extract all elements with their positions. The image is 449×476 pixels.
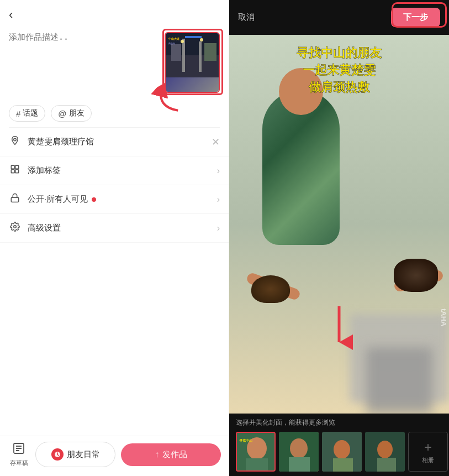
svg-rect-31 — [333, 458, 353, 472]
video-text-overlay: 寻找中山的朋友一起来黄楚雯做肩颈热敷 — [235, 45, 443, 96]
visibility-item[interactable]: 公开·所有人可见 › — [0, 185, 229, 214]
at-icon: @ — [58, 109, 66, 118]
blur-zone-2 — [366, 347, 432, 414]
topic-tag-button[interactable]: # 话题 — [9, 105, 45, 122]
svg-rect-28 — [289, 457, 310, 472]
video-preview: 寻找中山的朋友一起来黄楚雯做肩颈热敷 tAHA — [229, 35, 449, 414]
left-panel: ‹ 中山大道 商业街 — [0, 0, 229, 476]
next-step-button[interactable]: 下一步 — [391, 8, 440, 27]
svg-rect-34 — [377, 458, 396, 472]
advanced-chevron-icon: › — [217, 223, 220, 233]
cover-label[interactable]: 选封面 — [166, 92, 219, 93]
tag-chevron-icon: › — [217, 166, 220, 176]
svg-rect-16 — [15, 170, 19, 173]
bowl-right — [394, 259, 438, 292]
friends-tag-button[interactable]: @ 朋友 — [51, 105, 91, 122]
tag-icon — [9, 164, 21, 177]
right-header: 取消 下一步 — [229, 0, 449, 35]
hash-icon: # — [16, 109, 20, 118]
thumbnail-4-image — [365, 432, 405, 472]
svg-point-33 — [377, 441, 393, 458]
svg-text:寻找中山: 寻找中山 — [239, 438, 252, 442]
add-label: 相册 — [422, 456, 434, 464]
video-scene: 寻找中山的朋友一起来黄楚雯做肩颈热敷 tAHA — [229, 35, 449, 414]
thumbnail-3-image — [322, 432, 362, 472]
cancel-button[interactable]: 取消 — [238, 12, 255, 23]
svg-point-10 — [200, 38, 203, 41]
svg-rect-4 — [185, 36, 202, 38]
add-tag-item[interactable]: 添加标签 › — [0, 156, 229, 185]
svg-rect-3 — [199, 41, 202, 72]
svg-point-12 — [14, 138, 17, 141]
friends-label: 朋友 — [69, 108, 84, 118]
thumbnail-image: 中山大道 商业街 — [166, 33, 220, 77]
add-from-album-button[interactable]: + 相册 — [408, 432, 448, 472]
thumbnail-4[interactable] — [365, 432, 405, 472]
svg-rect-6 — [204, 43, 216, 61]
plus-icon: + — [424, 440, 432, 455]
svg-text:商业街: 商业街 — [168, 42, 175, 45]
svg-rect-2 — [182, 39, 185, 72]
svg-rect-14 — [15, 165, 19, 169]
daily-button[interactable]: 朋友日常 — [35, 442, 115, 467]
svg-rect-15 — [11, 170, 14, 173]
thumbnail-2-image — [279, 432, 319, 472]
visibility-dot — [92, 197, 96, 202]
lock-icon — [9, 193, 21, 206]
svg-point-27 — [290, 438, 308, 458]
daily-icon — [51, 448, 64, 461]
svg-rect-17 — [11, 197, 19, 202]
svg-point-9 — [181, 40, 184, 43]
publish-icon: ↑ — [155, 449, 159, 459]
thumbnail-1[interactable]: 寻找中山 — [236, 432, 276, 472]
close-location-icon[interactable]: ✕ — [212, 136, 220, 148]
svg-text:中山大道: 中山大道 — [168, 37, 180, 40]
strip-hint: 选择并美化封面，能获得更多浏览 — [236, 418, 442, 427]
daily-label: 朋友日常 — [67, 449, 100, 460]
bottom-strip: 选择并美化封面，能获得更多浏览 寻找中山 — [229, 414, 449, 476]
watermark: tAHA — [440, 308, 448, 327]
thumbnail-1-image: 寻找中山 — [237, 433, 274, 470]
draft-label: 存草稿 — [10, 459, 28, 467]
bottom-bar: 存草稿 朋友日常 ↑ 发作品 — [0, 436, 229, 476]
arrow-down-container — [325, 306, 353, 353]
description-area: 中山大道 商业街 选封面 — [0, 25, 229, 100]
back-button[interactable]: ‹ — [9, 9, 13, 21]
down-arrow-icon — [325, 306, 353, 351]
publish-button[interactable]: ↑ 发作品 — [121, 443, 221, 466]
location-item[interactable]: 黄楚雯肩颈理疗馆 ✕ — [0, 128, 229, 156]
left-header: ‹ — [0, 0, 229, 25]
visibility-chevron-icon: › — [217, 195, 220, 205]
advanced-text: 高级设置 — [28, 223, 208, 233]
right-panel: 取消 下一步 寻找中山的朋友一起来黄楚雯做肩颈热敷 tAHA — [229, 0, 449, 476]
draft-icon — [12, 442, 25, 458]
thumbnails-row: 寻找中山 — [236, 432, 442, 472]
tags-row: # 话题 @ 朋友 — [0, 100, 229, 127]
publish-label: 发作品 — [162, 449, 187, 460]
thumbnail-2[interactable] — [279, 432, 319, 472]
svg-point-30 — [334, 440, 350, 459]
topic-label: 话题 — [23, 108, 38, 118]
svg-point-18 — [14, 226, 17, 228]
thumb4-svg — [365, 432, 405, 472]
description-input[interactable] — [9, 32, 158, 76]
visibility-text: 公开·所有人可见 — [28, 194, 208, 205]
svg-rect-5 — [171, 44, 181, 61]
draft-button[interactable]: 存草稿 — [8, 442, 30, 467]
svg-rect-13 — [11, 165, 14, 169]
svg-rect-24 — [246, 458, 268, 472]
thumb1-svg: 寻找中山 — [237, 433, 276, 472]
settings-icon — [9, 222, 21, 234]
thumb3-svg — [322, 432, 362, 472]
thumb2-svg — [279, 432, 319, 472]
location-text: 黄楚雯肩颈理疗馆 — [28, 137, 205, 147]
cover-thumbnail[interactable]: 中山大道 商业街 选封面 — [165, 32, 220, 93]
location-icon — [9, 135, 21, 148]
thumbnail-3[interactable] — [322, 432, 362, 472]
bowl-left — [251, 275, 290, 303]
add-tag-text: 添加标签 — [28, 165, 208, 176]
advanced-settings-item[interactable]: 高级设置 › — [0, 214, 229, 243]
